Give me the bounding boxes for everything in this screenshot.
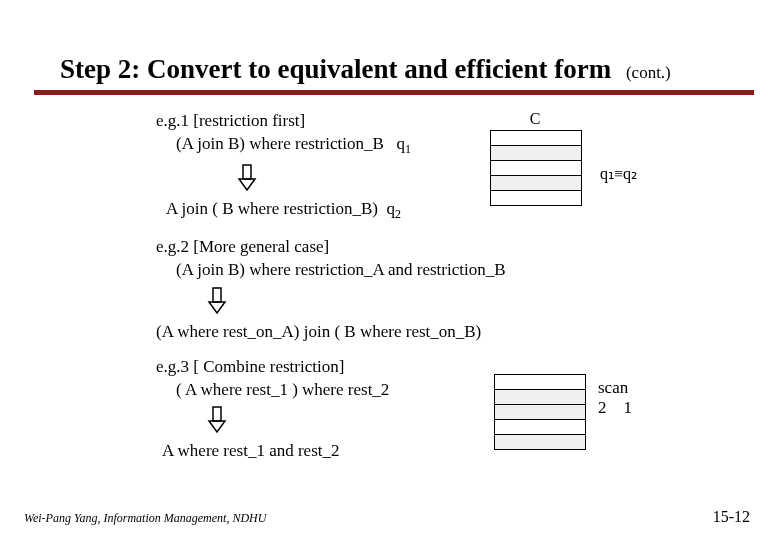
- diagram-c: C q₁≡q₂: [490, 110, 660, 206]
- title-cont: (cont.): [626, 63, 671, 82]
- slide-title: Step 2: Convert to equivalent and effici…: [60, 54, 740, 85]
- down-arrow-icon: [206, 287, 636, 315]
- svg-rect-2: [213, 288, 221, 302]
- c-box: [490, 130, 582, 206]
- title-rule: [34, 90, 754, 95]
- svg-marker-5: [209, 421, 225, 432]
- footer-text: Wei-Pang Yang, Information Management, N…: [24, 511, 266, 526]
- diagram-scan: scan 2 1: [494, 374, 694, 450]
- equiv-label: q₁≡q₂: [600, 164, 637, 183]
- eg2-line2: (A where rest_on_A) join ( B where rest_…: [156, 321, 636, 342]
- svg-rect-0: [243, 165, 251, 179]
- svg-rect-4: [213, 407, 221, 421]
- scan-label: scan 2 1: [598, 378, 632, 419]
- c-label: C: [490, 110, 580, 128]
- scan-box: [494, 374, 586, 450]
- svg-marker-3: [209, 302, 225, 313]
- svg-marker-1: [239, 179, 255, 190]
- title-text: Step 2: Convert to equivalent and effici…: [60, 54, 611, 84]
- eg2-line1: (A join B) where restriction_A and restr…: [156, 259, 636, 280]
- page-number: 15-12: [713, 508, 750, 526]
- eg2-head: e.g.2 [More general case]: [156, 236, 636, 257]
